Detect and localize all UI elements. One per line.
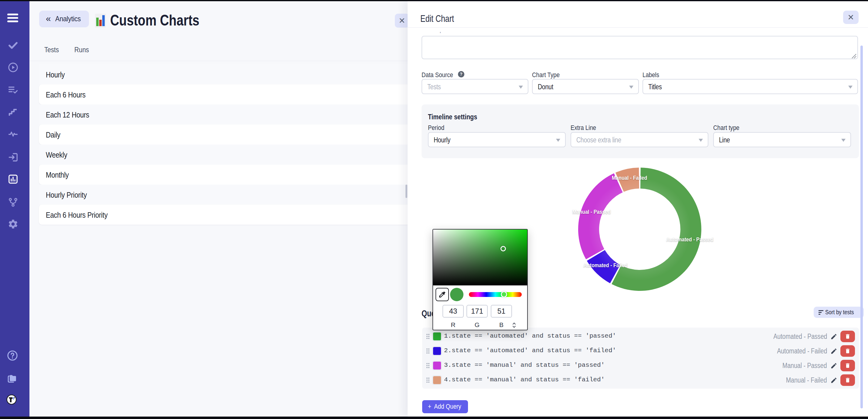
svg-text:?: ? bbox=[460, 72, 463, 77]
